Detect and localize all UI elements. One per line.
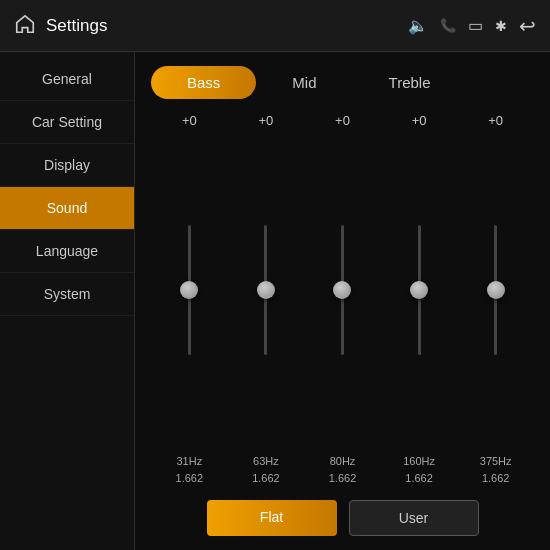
eq-track-2 <box>264 225 267 355</box>
content-area: Bass Mid Treble +0 31Hz1.662 +0 <box>135 52 550 550</box>
eq-value-5: +0 <box>488 113 503 128</box>
eq-slider-1[interactable] <box>188 134 191 445</box>
eq-label-1: 31Hz1.662 <box>176 453 204 486</box>
eq-channel-2: +0 63Hz1.662 <box>232 113 301 486</box>
eq-label-3: 80Hz1.662 <box>329 453 357 486</box>
eq-label-2: 63Hz1.662 <box>252 453 280 486</box>
bluetooth-icon: ✱ <box>495 18 507 34</box>
eq-slider-3[interactable] <box>341 134 344 445</box>
eq-track-4 <box>418 225 421 355</box>
sidebar-item-system[interactable]: System <box>0 273 134 316</box>
volume-icon: 🔈 <box>408 16 428 35</box>
preset-user-button[interactable]: User <box>349 500 479 536</box>
eq-knob-2[interactable] <box>257 281 275 299</box>
eq-track-1 <box>188 225 191 355</box>
sidebar-item-general[interactable]: General <box>0 58 134 101</box>
header-icons: 🔈 📞 ▭ ✱ ↩ <box>408 14 536 38</box>
preset-flat-button[interactable]: Flat <box>207 500 337 536</box>
back-icon[interactable]: ↩ <box>519 14 536 38</box>
main-layout: General Car Setting Display Sound Langua… <box>0 52 550 550</box>
sidebar-item-sound[interactable]: Sound <box>0 187 134 230</box>
eq-knob-3[interactable] <box>333 281 351 299</box>
eq-track-3 <box>341 225 344 355</box>
eq-label-5: 375Hz1.662 <box>480 453 512 486</box>
eq-area: +0 31Hz1.662 +0 63Hz1.662 +0 <box>151 113 534 486</box>
sidebar-item-language[interactable]: Language <box>0 230 134 273</box>
preset-row: Flat User <box>151 500 534 536</box>
screen-icon: ▭ <box>468 16 483 35</box>
eq-label-4: 160Hz1.662 <box>403 453 435 486</box>
eq-slider-2[interactable] <box>264 134 267 445</box>
sidebar-item-display[interactable]: Display <box>0 144 134 187</box>
eq-slider-5[interactable] <box>494 134 497 445</box>
eq-knob-5[interactable] <box>487 281 505 299</box>
eq-knob-1[interactable] <box>180 281 198 299</box>
eq-channel-5: +0 375Hz1.662 <box>461 113 530 486</box>
eq-value-2: +0 <box>258 113 273 128</box>
header-left: Settings <box>14 13 408 39</box>
eq-channel-3: +0 80Hz1.662 <box>308 113 377 486</box>
eq-tabs: Bass Mid Treble <box>151 66 534 99</box>
eq-value-4: +0 <box>412 113 427 128</box>
eq-knob-4[interactable] <box>410 281 428 299</box>
tab-mid[interactable]: Mid <box>256 66 352 99</box>
eq-track-5 <box>494 225 497 355</box>
header: Settings 🔈 📞 ▭ ✱ ↩ <box>0 0 550 52</box>
home-icon[interactable] <box>14 13 36 39</box>
tab-treble[interactable]: Treble <box>353 66 467 99</box>
sidebar: General Car Setting Display Sound Langua… <box>0 52 135 550</box>
eq-channel-1: +0 31Hz1.662 <box>155 113 224 486</box>
sidebar-item-car-setting[interactable]: Car Setting <box>0 101 134 144</box>
eq-value-3: +0 <box>335 113 350 128</box>
page-title: Settings <box>46 16 107 36</box>
eq-channel-4: +0 160Hz1.662 <box>385 113 454 486</box>
tab-bass[interactable]: Bass <box>151 66 256 99</box>
eq-slider-4[interactable] <box>418 134 421 445</box>
phone-icon: 📞 <box>440 18 456 33</box>
eq-value-1: +0 <box>182 113 197 128</box>
